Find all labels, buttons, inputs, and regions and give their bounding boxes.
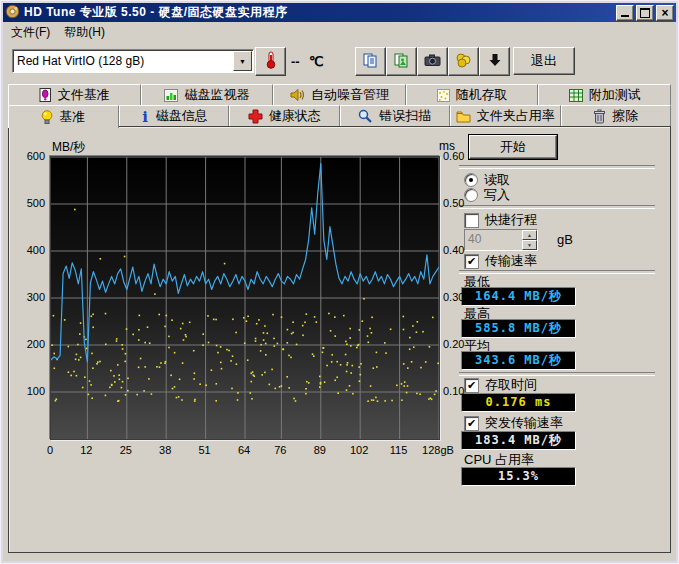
menu-help[interactable]: 帮助(H) xyxy=(57,23,112,42)
copy-button[interactable] xyxy=(355,47,386,76)
right-axis-tick: 0.10 xyxy=(443,385,477,397)
access-time-label: 存取时间 xyxy=(485,376,537,394)
menubar: 文件(F) 帮助(H) xyxy=(4,23,675,41)
close-button[interactable]: × xyxy=(656,5,674,21)
temperature-button[interactable] xyxy=(255,47,286,76)
drive-select[interactable]: Red Hat VirtIO (128 gB) ▼ xyxy=(12,49,254,73)
short-stroke-checkbox[interactable]: 快捷行程 xyxy=(464,211,537,229)
copy-image-button[interactable] xyxy=(386,47,417,76)
close-icon: × xyxy=(661,7,668,19)
left-axis-tick: 300 xyxy=(11,291,45,303)
camera-icon xyxy=(424,52,442,71)
tab-label: 文件夹占用率 xyxy=(477,107,555,125)
health-cross-icon xyxy=(248,109,263,124)
benchmark-plot xyxy=(50,156,440,440)
chevron-down-icon[interactable]: ▼ xyxy=(233,51,252,71)
x-axis-tick: 38 xyxy=(145,444,185,456)
tab-folder-usage[interactable]: 文件夹占用率 xyxy=(450,105,561,126)
tab-row-secondary: 文件基准 磁盘监视器 自动噪音管理 随机存取 附加测试 xyxy=(8,84,671,105)
spin-down-icon[interactable]: ▼ xyxy=(522,240,537,250)
tab-disk-monitor[interactable]: 磁盘监视器 xyxy=(141,84,274,105)
titlebar: HD Tune 专业版 5.50 - 硬盘/固态硬盘实用程序 × xyxy=(3,3,676,22)
screenshot-button[interactable] xyxy=(417,47,448,76)
separator xyxy=(459,165,655,169)
x-axis-tick: 102 xyxy=(339,444,379,456)
tab-noise-management[interactable]: 自动噪音管理 xyxy=(273,84,406,105)
tab-label: 基准 xyxy=(59,108,85,126)
menu-file[interactable]: 文件(F) xyxy=(4,23,57,42)
maximize-button[interactable] xyxy=(636,5,654,21)
coins-icon xyxy=(455,52,472,71)
left-axis-tick: 600 xyxy=(11,150,45,162)
tab-file-benchmark[interactable]: 文件基准 xyxy=(8,84,141,105)
tab-row-primary: 基准 i 磁盘信息 健康状态 错误扫描 文件夹占用率 xyxy=(8,105,671,126)
right-axis-tick: 0.30 xyxy=(443,291,477,303)
cpu-usage-display: 15.3% xyxy=(461,467,576,486)
tab-erase[interactable]: 擦除 xyxy=(561,105,672,126)
burst-rate-display: 183.4 MB/秒 xyxy=(461,431,576,450)
benchmark-page: MB/秒 ms 开始 读取 xyxy=(8,126,671,553)
purchase-button[interactable] xyxy=(448,47,479,76)
temperature-unit: ℃ xyxy=(309,54,324,69)
app-icon xyxy=(5,4,20,22)
write-radio-label: 写入 xyxy=(484,186,510,204)
magnifier-icon xyxy=(358,109,373,124)
radio-selected-icon xyxy=(464,173,478,187)
burst-rate-label: 突发传输速率 xyxy=(485,414,563,432)
minimize-icon xyxy=(621,15,629,17)
transfer-rate-label: 传输速率 xyxy=(485,252,537,270)
left-axis-tick: 400 xyxy=(11,244,45,256)
checkbox-unchecked-icon xyxy=(464,213,479,228)
random-access-icon xyxy=(437,89,450,102)
right-axis-tick: 0.60 xyxy=(443,150,477,162)
tab-label: 磁盘监视器 xyxy=(184,86,249,104)
exit-button[interactable]: 退出 xyxy=(513,47,575,75)
x-axis-tick: 89 xyxy=(300,444,340,456)
burst-rate-checkbox[interactable]: ✔ 突发传输速率 xyxy=(464,414,563,432)
disk-monitor-icon xyxy=(164,89,178,102)
copy-image-icon xyxy=(393,52,410,72)
avg-value-display: 343.6 MB/秒 xyxy=(461,351,576,370)
thermometer-icon xyxy=(262,50,279,73)
right-axis-tick: 0.50 xyxy=(443,197,477,209)
tab-label: 自动噪音管理 xyxy=(311,86,389,104)
max-value-display: 585.8 MB/秒 xyxy=(461,319,576,338)
spin-up-icon[interactable]: ▲ xyxy=(522,230,537,240)
tab-label: 文件基准 xyxy=(58,86,110,104)
minimize-button[interactable] xyxy=(616,5,634,21)
speaker-icon xyxy=(290,88,305,102)
toolbar: Red Hat VirtIO (128 gB) ▼ -- ℃ xyxy=(4,41,675,81)
download-button[interactable] xyxy=(479,47,510,76)
left-axis-tick: 200 xyxy=(11,338,45,350)
start-button-label: 开始 xyxy=(500,138,526,156)
left-axis-tick: 100 xyxy=(11,385,45,397)
info-icon: i xyxy=(140,109,150,124)
tab-random-access[interactable]: 随机存取 xyxy=(406,84,539,105)
app-window: HD Tune 专业版 5.50 - 硬盘/固态硬盘实用程序 × 文件(F) 帮… xyxy=(0,0,679,564)
benchmark-icon xyxy=(41,110,53,125)
tab-benchmark[interactable]: 基准 xyxy=(8,105,119,128)
x-axis-tick: 64 xyxy=(224,444,264,456)
trash-icon xyxy=(593,109,606,124)
temperature-value: -- xyxy=(291,54,300,69)
x-axis-tick: 128gB xyxy=(418,444,458,456)
tab-error-scan[interactable]: 错误扫描 xyxy=(340,105,451,126)
start-button[interactable]: 开始 xyxy=(469,135,557,159)
tab-extra-tests[interactable]: 附加测试 xyxy=(538,84,671,105)
window-title: HD Tune 专业版 5.50 - 硬盘/固态硬盘实用程序 xyxy=(24,4,614,21)
tab-disk-info[interactable]: i 磁盘信息 xyxy=(119,105,230,126)
short-stroke-label: 快捷行程 xyxy=(485,211,537,229)
separator xyxy=(459,205,655,209)
download-icon xyxy=(487,52,503,71)
tab-label: 健康状态 xyxy=(269,107,321,125)
x-axis-tick: 76 xyxy=(260,444,300,456)
x-axis-tick: 51 xyxy=(185,444,225,456)
right-axis-tick: 0.40 xyxy=(443,244,477,256)
checkbox-checked-icon: ✔ xyxy=(464,416,479,431)
tab-label: 随机存取 xyxy=(456,86,508,104)
x-axis-tick: 0 xyxy=(30,444,70,456)
maximize-icon xyxy=(640,8,650,18)
tab-health[interactable]: 健康状态 xyxy=(229,105,340,126)
copy-icon xyxy=(362,52,379,72)
svg-text:i: i xyxy=(142,109,148,124)
